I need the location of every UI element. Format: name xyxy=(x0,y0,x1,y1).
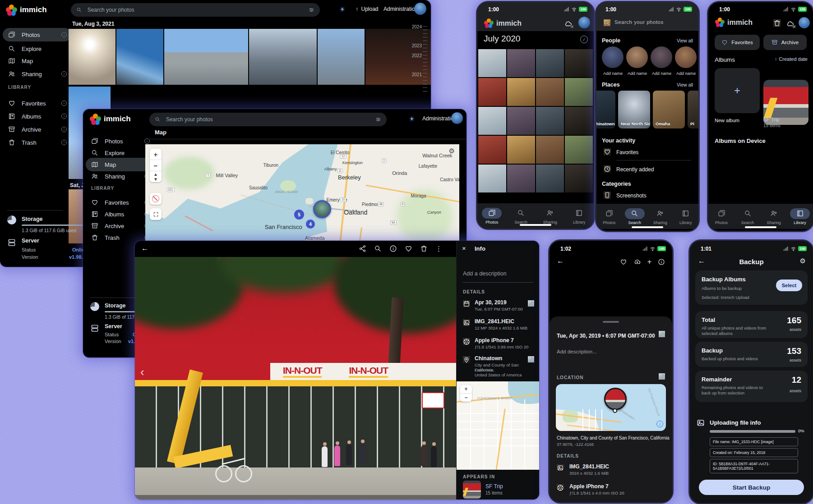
nav-item-sharing[interactable]: Sharing xyxy=(762,208,786,225)
album-link[interactable]: SF Trip xyxy=(485,483,503,490)
edit-pencil-icon[interactable] xyxy=(528,356,534,362)
upload-button[interactable]: ↑ Upload xyxy=(356,5,379,12)
add-name-label[interactable]: Add name xyxy=(628,71,647,76)
avatar[interactable] xyxy=(578,17,590,28)
info-map[interactable]: FISHERMAN'S WHARF + − xyxy=(457,381,539,470)
album-name[interactable]: SF Trip xyxy=(763,117,779,122)
theme-toggle-sun-icon[interactable]: ☀ xyxy=(409,115,415,123)
photo-thumbnail[interactable] xyxy=(318,29,365,85)
avatar[interactable] xyxy=(414,3,426,15)
nav-item-library[interactable]: Library xyxy=(788,208,812,225)
start-backup-button[interactable]: Start Backup xyxy=(699,480,804,495)
map-cluster-marker[interactable]: 5 xyxy=(293,209,305,220)
favorites-row[interactable]: Favorites xyxy=(616,149,638,156)
description-field[interactable]: Add description... xyxy=(557,349,597,354)
cloud-sync-off-icon[interactable]: × xyxy=(786,19,795,28)
people-view-all-link[interactable]: View all xyxy=(677,38,693,43)
search-input[interactable] xyxy=(165,116,371,123)
place-card[interactable]: Pi xyxy=(688,91,698,128)
person-face[interactable] xyxy=(602,46,624,68)
photo-thumbnail[interactable] xyxy=(565,107,593,135)
timeline-scrubber[interactable] xyxy=(423,26,427,94)
administration-link[interactable]: Administration xyxy=(383,6,418,12)
new-album-card[interactable]: + xyxy=(715,68,760,113)
drag-handle[interactable] xyxy=(603,321,619,323)
photo-thumbnail[interactable] xyxy=(536,78,564,106)
album-thumbnail[interactable] xyxy=(463,481,481,499)
settings-gear-icon[interactable]: ⚙ xyxy=(800,257,806,265)
recently-added-row[interactable]: Recently added xyxy=(616,166,654,173)
zoom-out-button[interactable]: − xyxy=(150,160,162,171)
theme-toggle-sun-icon[interactable]: ☀ xyxy=(339,5,345,14)
zoom-out-button[interactable]: − xyxy=(460,393,472,402)
map-cluster-marker[interactable]: 4 xyxy=(305,219,316,229)
photo-thumbnail[interactable] xyxy=(478,165,506,192)
compass-button[interactable]: ▲▼ xyxy=(150,171,162,182)
nav-item-photos[interactable]: Photos xyxy=(709,208,734,225)
person-face[interactable] xyxy=(675,46,697,68)
zoom-in-button[interactable]: + xyxy=(460,385,472,393)
map-zoom-controls[interactable]: + − ▲▼ xyxy=(150,149,162,182)
map-photo-marker[interactable] xyxy=(313,200,331,218)
photo-thumbnail[interactable] xyxy=(536,49,564,77)
photo-thumbnail[interactable] xyxy=(164,29,248,85)
nav-item-photos[interactable]: Photos xyxy=(480,208,504,225)
photo-thumbnail[interactable] xyxy=(507,78,535,106)
place-card[interactable]: Near North Side xyxy=(618,91,650,128)
detail-bottom-sheet[interactable]: Tue, Apr 30, 2019 • 6:07 PM GMT-07:00 Ad… xyxy=(550,316,672,502)
photo-thumbnail[interactable] xyxy=(478,78,506,106)
nav-item-photos[interactable]: Photos xyxy=(597,208,621,225)
photo-thumbnail[interactable] xyxy=(478,136,506,164)
previous-photo-chevron[interactable]: ‹ xyxy=(140,365,144,379)
edit-pencil-icon[interactable] xyxy=(659,331,665,337)
photo-thumbnail[interactable] xyxy=(536,165,564,192)
nav-item-library[interactable]: Library xyxy=(674,208,698,225)
share-icon[interactable] xyxy=(359,245,366,252)
sidebar-item-photos[interactable]: Photos xyxy=(3,28,71,41)
map-photo-marker[interactable] xyxy=(604,388,627,410)
nav-item-search[interactable]: Search xyxy=(735,208,760,225)
photo-thumbnail[interactable] xyxy=(565,49,593,77)
favorite-heart-icon[interactable] xyxy=(620,258,627,266)
places-view-all-link[interactable]: View all xyxy=(677,82,693,87)
back-arrow-icon[interactable]: ← xyxy=(557,257,564,265)
back-arrow-icon[interactable]: ← xyxy=(141,244,148,252)
photo-thumbnail[interactable] xyxy=(565,136,593,164)
person-face[interactable] xyxy=(626,46,648,68)
sidebar-item-sharing[interactable]: Sharing xyxy=(3,67,71,81)
photo-thumbnail[interactable] xyxy=(507,136,535,164)
add-name-label[interactable]: Add name xyxy=(603,71,623,76)
sidebar-item-archive[interactable]: Archive xyxy=(3,123,71,136)
sort-button[interactable]: ↑ Created date xyxy=(775,56,808,62)
close-icon[interactable]: × xyxy=(462,244,466,252)
delete-trash-icon[interactable] xyxy=(420,245,428,252)
info-map-zoom[interactable]: + − xyxy=(460,385,472,402)
avatar[interactable] xyxy=(799,17,810,28)
photo-thumbnail[interactable] xyxy=(478,49,506,77)
add-name-label[interactable]: Add name xyxy=(652,71,671,76)
description-field[interactable]: Add a description xyxy=(463,270,507,277)
scrubber-year[interactable]: 2022 xyxy=(412,53,422,58)
select-button[interactable]: Select xyxy=(776,279,802,291)
photo-thumbnail[interactable] xyxy=(536,136,564,164)
edit-pencil-icon[interactable] xyxy=(659,373,665,380)
favorite-heart-icon[interactable] xyxy=(405,245,412,252)
info-icon[interactable] xyxy=(389,245,397,252)
sidebar-item-albums[interactable]: Albums xyxy=(3,110,71,123)
search-input[interactable]: Search your photos xyxy=(614,19,664,25)
scrubber-year[interactable]: 2024 xyxy=(412,24,422,29)
info-icon[interactable] xyxy=(658,258,665,266)
photo-thumbnail[interactable] xyxy=(69,29,115,85)
zoom-in-button[interactable]: + xyxy=(150,149,162,160)
scrubber-year[interactable]: 2023 xyxy=(412,43,422,48)
nav-item-library[interactable]: Library xyxy=(567,208,591,225)
photo-thumbnail[interactable] xyxy=(478,107,506,135)
nav-item-sharing[interactable]: Sharing xyxy=(648,208,672,225)
plus-icon[interactable]: + xyxy=(647,258,651,266)
cloud-sync-off-icon[interactable]: × xyxy=(564,19,573,28)
photo-thumbnail[interactable] xyxy=(565,165,593,192)
location-map[interactable]: The Embarcadero San Francisco Ferry B i xyxy=(556,384,666,431)
filter-sliders-icon[interactable] xyxy=(375,116,381,123)
search-bar[interactable] xyxy=(71,3,320,17)
photo-thumbnail[interactable] xyxy=(507,49,535,77)
